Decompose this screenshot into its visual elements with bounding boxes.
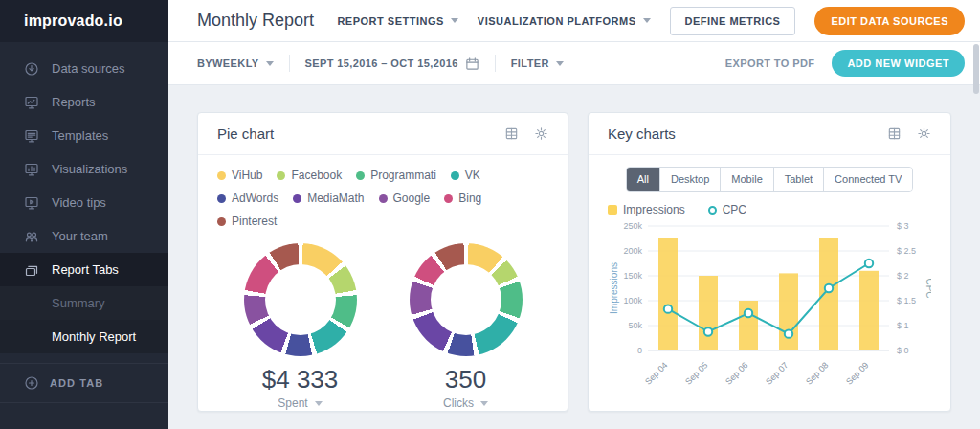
legend-label: AdWords [232, 192, 278, 205]
video-tips-icon [24, 195, 39, 211]
legend-label: VK [465, 169, 480, 182]
visualization-platforms-menu[interactable]: VISUALIZATION PLATFORMS [478, 15, 651, 27]
legend-label: Google [393, 192, 431, 205]
reports-icon [24, 95, 39, 110]
report-tabs-icon [24, 262, 39, 278]
sidebar-item-visualizations[interactable]: Visualizations [0, 152, 168, 186]
team-icon [24, 229, 39, 244]
legend-item-vihub[interactable]: ViHub [217, 169, 262, 182]
tab-desktop[interactable]: Desktop [660, 168, 721, 191]
report-settings-menu[interactable]: REPORT SETTINGS [337, 15, 457, 27]
legend-item-programmati[interactable]: Programmati [356, 169, 436, 182]
legend-dot [379, 194, 388, 203]
key-card-title: Key charts [608, 125, 676, 142]
svg-text:150k: 150k [623, 271, 642, 281]
templates-icon [24, 128, 39, 144]
gear-icon[interactable] [534, 126, 548, 141]
legend-item-bing[interactable]: Bing [444, 192, 481, 205]
legend-label: Programmati [370, 169, 436, 182]
chevron-down-icon [556, 61, 564, 66]
top-header: Monthly Report REPORT SETTINGS VISUALIZA… [168, 0, 980, 42]
sidebar-item-report-tabs[interactable]: Report Tabs [0, 253, 168, 286]
svg-text:$ 3: $ 3 [897, 221, 909, 231]
chevron-down-icon [643, 18, 651, 23]
legend-dot [217, 194, 226, 203]
legend-item-adwords[interactable]: AdWords [217, 192, 278, 205]
data-sources-icon [24, 61, 39, 77]
clicks-value: 350 [410, 365, 523, 395]
legend-dot [444, 194, 453, 203]
sidebar-subitem-monthly-report[interactable]: Monthly Report [0, 320, 168, 353]
sidebar-item-label: Templates [52, 128, 108, 143]
export-to-pdf-button[interactable]: EXPORT TO PDF [725, 57, 815, 69]
svg-text:$ 1.5: $ 1.5 [897, 296, 916, 305]
gear-icon[interactable] [917, 126, 931, 141]
svg-text:CPC: CPC [924, 278, 931, 298]
spent-donut [244, 243, 357, 356]
sidebar-item-label: Data sources [52, 61, 125, 76]
sidebar-item-video-tips[interactable]: Video tips [0, 186, 168, 219]
clicks-donut [410, 243, 523, 356]
main-content: Pie chart ViHubFacebookProgrammatiVKAdWo… [168, 85, 980, 429]
legend-label: ViHub [232, 169, 262, 182]
svg-text:Sep 07: Sep 07 [764, 360, 790, 386]
legend-dot [451, 171, 459, 180]
sidebar-item-reports[interactable]: Reports [0, 85, 168, 119]
tab-mobile[interactable]: Mobile [721, 168, 773, 191]
scrollbar-thumb[interactable] [973, 44, 979, 94]
table-view-icon[interactable] [504, 126, 519, 141]
legend-item-mediamath[interactable]: MediaMath [293, 192, 364, 205]
edit-data-sources-button[interactable]: EDIT DATA SOURCES [814, 7, 965, 35]
legend-label: CPC [723, 203, 746, 216]
donut-column-spent: $4 333Spent [244, 243, 357, 410]
sidebar-item-data-sources[interactable]: Data sources [0, 52, 168, 85]
sidebar-item-your-team[interactable]: Your team [0, 219, 168, 253]
legend-item-pinterest[interactable]: Pinterest [217, 214, 277, 228]
svg-text:Impressions: Impressions [609, 262, 619, 314]
filter-dropdown[interactable]: FILTER [511, 57, 564, 69]
svg-text:$ 1: $ 1 [897, 321, 909, 330]
svg-text:200k: 200k [623, 246, 642, 256]
add-tab-button[interactable]: ADD TAB [0, 363, 168, 403]
app-logo[interactable]: improvado.io [0, 0, 168, 42]
date-range-picker[interactable]: SEPT 15,2016 – OCT 15,2016 [305, 56, 479, 71]
tab-all[interactable]: All [627, 168, 660, 191]
spent-metric-dropdown[interactable]: Spent [244, 396, 357, 410]
donut-hole [431, 264, 501, 335]
add-tab-label: ADD TAB [50, 377, 103, 389]
tab-tablet[interactable]: Tablet [774, 168, 824, 191]
add-new-widget-button[interactable]: ADD NEW WIDGET [832, 50, 965, 77]
legend-item-impressions[interactable]: Impressions [608, 203, 685, 216]
legend-item-facebook[interactable]: Facebook [277, 169, 342, 182]
svg-text:Sep 05: Sep 05 [683, 360, 709, 386]
legend-label: Pinterest [232, 214, 277, 228]
sidebar-item-label: Video tips [52, 195, 106, 210]
donut-column-clicks: 350Clicks [410, 243, 523, 410]
legend-label: MediaMath [307, 192, 364, 205]
svg-text:Sep 04: Sep 04 [643, 360, 669, 386]
legend-swatch [608, 205, 617, 214]
clicks-metric-dropdown[interactable]: Clicks [410, 396, 523, 410]
visualizations-icon [24, 162, 39, 177]
divider [289, 55, 290, 72]
tab-connected-tv[interactable]: Connected TV [824, 168, 912, 191]
legend-item-cpc[interactable]: CPC [708, 203, 746, 216]
chevron-down-icon [451, 18, 458, 23]
sidebar-subitem-summary[interactable]: Summary [0, 286, 168, 320]
sidebar-item-templates[interactable]: Templates [0, 119, 168, 152]
legend-label: Impressions [623, 203, 685, 216]
calendar-icon [465, 56, 479, 71]
scrollbar-track [973, 44, 979, 427]
legend-item-google[interactable]: Google [379, 192, 431, 205]
pie-legend: ViHubFacebookProgrammatiVKAdWordsMediaMa… [217, 169, 548, 228]
sidebar-item-label: Report Tabs [52, 262, 119, 277]
legend-item-vk[interactable]: VK [451, 169, 480, 182]
sidebar: improvado.io Data sourcesReportsTemplate… [0, 0, 168, 429]
table-view-icon[interactable] [887, 126, 902, 141]
svg-text:Sep 08: Sep 08 [804, 360, 830, 386]
define-metrics-button[interactable]: DEFINE METRICS [670, 7, 796, 35]
svg-text:250k: 250k [623, 221, 642, 231]
legend-dot [217, 217, 226, 226]
interval-dropdown[interactable]: BYWEEKLY [197, 57, 274, 69]
divider [495, 55, 496, 72]
